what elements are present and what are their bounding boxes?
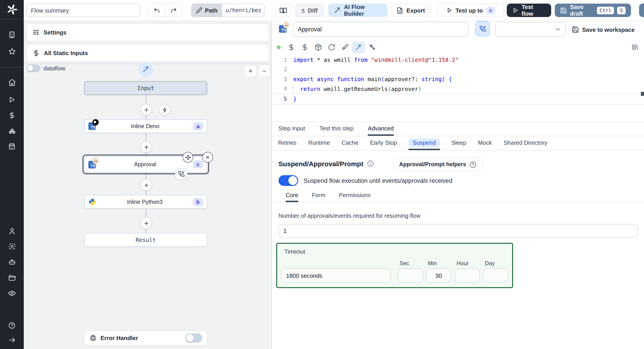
help-icon[interactable] xyxy=(0,319,24,332)
favorites-icon[interactable] xyxy=(0,45,24,58)
test-up-to-button[interactable]: Test up to c xyxy=(437,3,504,17)
node-input[interactable]: Input xyxy=(84,81,207,95)
docs-button[interactable] xyxy=(275,3,292,17)
redo-button[interactable] xyxy=(166,4,182,16)
add-step-button[interactable] xyxy=(140,104,152,116)
save-draft-button[interactable]: Save draft Ctrl S xyxy=(555,3,631,17)
insert-variable-button[interactable] xyxy=(284,41,298,53)
ai-assistant-button[interactable] xyxy=(352,41,365,53)
deploy-button-partial[interactable] xyxy=(639,3,644,17)
script-version-select[interactable] xyxy=(495,22,566,37)
tab-cache[interactable]: Cache xyxy=(342,136,358,150)
trigger-button[interactable] xyxy=(159,104,170,116)
tab-form[interactable]: Form xyxy=(312,189,325,202)
tab-test-this-step[interactable]: Test this step xyxy=(320,122,354,136)
code-editor[interactable]: 1 import * as wmill from "windmill-clien… xyxy=(272,55,644,121)
ai-graph-wand-button[interactable] xyxy=(138,62,153,77)
resources-icon[interactable] xyxy=(0,125,24,139)
play-icon xyxy=(512,7,518,13)
audit-icon[interactable] xyxy=(0,286,24,300)
move-step-handle[interactable] xyxy=(182,152,193,163)
python-icon xyxy=(88,198,97,206)
bun-badge-icon xyxy=(92,157,99,164)
users-icon[interactable] xyxy=(0,224,24,238)
tab-suspend[interactable]: Suspend xyxy=(408,136,440,150)
runs-icon[interactable] xyxy=(0,93,24,106)
path-button[interactable]: Path u/henri/bes xyxy=(191,3,264,17)
node-inline-deno[interactable]: TS Inline Deno a xyxy=(84,119,207,133)
add-step-button[interactable] xyxy=(140,179,152,191)
expand-sidebar-icon[interactable] xyxy=(0,333,24,347)
export-button[interactable]: Export xyxy=(392,3,430,17)
tab-advanced[interactable]: Advanced xyxy=(368,122,394,136)
timeout-day-input[interactable] xyxy=(483,268,508,283)
variables-icon[interactable] xyxy=(0,108,24,122)
ai-flow-builder-button[interactable]: AI Flow Builder xyxy=(328,3,388,17)
save-draft-label: Save draft xyxy=(570,3,594,17)
node-result[interactable]: Result xyxy=(84,233,207,247)
workspace-icon[interactable] xyxy=(0,28,24,41)
node-approval-label: Approval xyxy=(97,161,193,168)
tab-sleep[interactable]: Sleep xyxy=(452,136,466,150)
editor-toolbar xyxy=(272,40,644,54)
unit-label-hour: Hour xyxy=(456,260,469,267)
delete-step-button[interactable] xyxy=(202,152,213,163)
format-code-button[interactable] xyxy=(338,41,352,53)
ai-off-button[interactable] xyxy=(365,41,378,53)
export-label: Export xyxy=(406,7,425,14)
node-inline-python3-label: Inline Python3 xyxy=(97,199,192,205)
suspend-mode-button[interactable] xyxy=(476,21,490,36)
editor-scrollbar[interactable] xyxy=(641,92,644,96)
play-icon xyxy=(446,7,452,13)
suspend-phone-badge[interactable] xyxy=(175,168,188,180)
library-button[interactable] xyxy=(631,40,638,54)
code-line: 1 import * as wmill from "windmill-clien… xyxy=(272,55,644,65)
test-flow-button[interactable]: Test flow xyxy=(507,3,551,17)
approvals-required-input[interactable] xyxy=(278,224,638,237)
home-icon[interactable] xyxy=(0,76,24,89)
tab-core[interactable]: Core xyxy=(286,189,298,202)
tab-mock[interactable]: Mock xyxy=(478,136,492,150)
approval-prompt-helpers-button[interactable]: Approval/Prompt helpers xyxy=(393,158,483,171)
reload-button[interactable] xyxy=(325,41,338,53)
add-step-button[interactable] xyxy=(140,217,152,229)
zoom-in-button[interactable]: + xyxy=(244,65,256,77)
add-step-button[interactable] xyxy=(140,141,152,153)
flow-graph-panel: Settings All Static Inputs dataflow + − … xyxy=(24,20,272,349)
all-static-inputs-button[interactable]: All Static Inputs xyxy=(26,44,269,62)
error-handler-label: Error Handler xyxy=(100,335,182,342)
tab-retries[interactable]: Retries xyxy=(278,136,296,150)
tab-step-input[interactable]: Step Input xyxy=(278,122,305,136)
dataflow-label: dataflow xyxy=(44,65,65,72)
timeout-sec-input[interactable] xyxy=(398,268,423,283)
flow-settings-button[interactable]: Settings xyxy=(26,23,269,41)
zoom-out-button[interactable]: − xyxy=(258,65,270,77)
flow-summary-input[interactable] xyxy=(26,3,140,17)
tab-shared-directory[interactable]: Shared Directory xyxy=(504,136,547,150)
dataflow-toggle[interactable] xyxy=(26,64,40,72)
timeout-min-input[interactable] xyxy=(426,268,451,283)
timeout-hour-input[interactable] xyxy=(455,268,480,283)
step-name-input[interactable] xyxy=(293,22,469,37)
step-id-badge-c: c xyxy=(193,160,203,168)
settings-icon[interactable] xyxy=(0,240,24,253)
node-inline-python3[interactable]: Inline Python3 b xyxy=(84,195,207,209)
schedules-icon[interactable] xyxy=(0,139,24,153)
tab-early-stop[interactable]: Early Stop xyxy=(370,136,397,150)
folders-icon[interactable] xyxy=(0,271,24,285)
workers-icon[interactable] xyxy=(0,255,24,269)
insert-resource-button[interactable] xyxy=(298,41,311,53)
approvals-required-label: Number of approvals/events required for … xyxy=(278,212,420,219)
tab-permissions[interactable]: Permissions xyxy=(339,189,371,202)
path-label-segment: Path xyxy=(192,4,222,16)
save-to-workspace-button[interactable]: Save to workspace xyxy=(572,24,634,35)
tab-runtime[interactable]: Runtime xyxy=(308,136,330,150)
package-button[interactable] xyxy=(311,41,325,53)
timeout-duration-input[interactable] xyxy=(281,268,390,283)
info-icon[interactable] xyxy=(367,160,374,167)
diff-button[interactable]: ± Diff xyxy=(295,3,324,17)
suspend-toggle[interactable] xyxy=(278,175,298,186)
error-handler-toggle[interactable] xyxy=(185,333,202,343)
windmill-logo-icon[interactable] xyxy=(0,3,24,16)
undo-button[interactable] xyxy=(148,4,166,16)
